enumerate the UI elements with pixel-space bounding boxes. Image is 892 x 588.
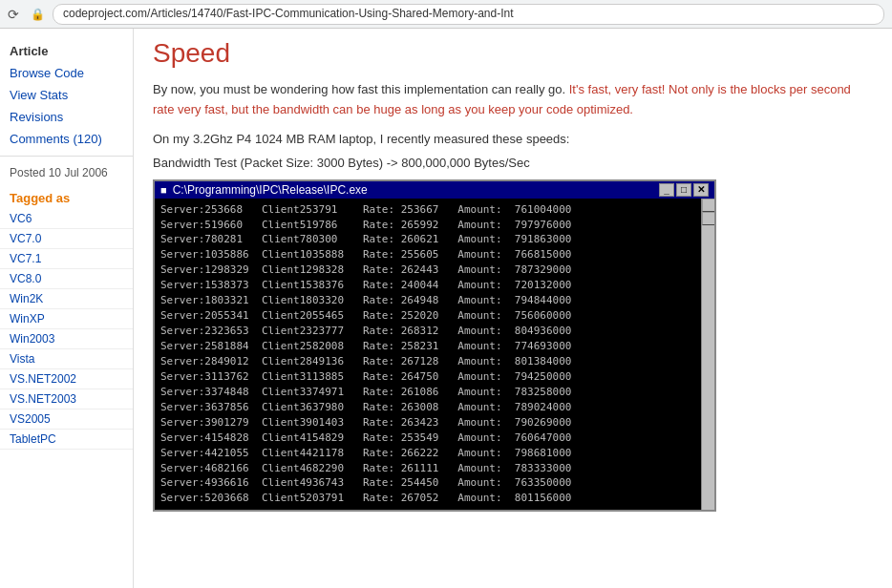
sidebar: Article Browse Code View Stats Revisions… <box>0 29 134 588</box>
scrollbar-down-arrow[interactable]: ▼ <box>702 212 714 225</box>
sidebar-tag-winxp[interactable]: WinXP <box>0 309 133 329</box>
speed-paragraph: On my 3.2Ghz P4 1024 MB RAM laptop, I re… <box>153 132 873 146</box>
sidebar-tag-vs2005[interactable]: VS2005 <box>0 410 133 430</box>
console-icon: ■ <box>160 184 167 196</box>
refresh-icon[interactable]: ⟳ <box>8 7 23 22</box>
sidebar-tag-tabletpc[interactable]: TabletPC <box>0 430 133 450</box>
scrollbar-up-arrow[interactable]: ▲ <box>702 199 714 212</box>
sidebar-tag-win2003[interactable]: Win2003 <box>0 329 133 349</box>
sidebar-tag-vsnet2002[interactable]: VS.NET2002 <box>0 369 133 389</box>
console-title: C:\Programming\IPC\Release\IPC.exe <box>173 183 659 197</box>
sidebar-tag-vc71[interactable]: VC7.1 <box>0 249 133 269</box>
sidebar-tag-vc80[interactable]: VC8.0 <box>0 269 133 289</box>
console-titlebar: ■ C:\Programming\IPC\Release\IPC.exe _ □… <box>155 181 714 199</box>
intro-highlight: It's fast, very fast! Not only is the bl… <box>153 82 851 116</box>
bandwidth-text: Bandwidth Test (Packet Size: 3000 Bytes)… <box>153 156 873 170</box>
intro-paragraph: By now, you must be wondering how fast t… <box>153 80 873 120</box>
sidebar-tag-vsnet2003[interactable]: VS.NET2003 <box>0 389 133 410</box>
browser-bar: ⟳ 🔒 codeproject.com/Articles/14740/Fast-… <box>0 0 892 29</box>
console-restore-button[interactable]: □ <box>676 183 691 197</box>
console-minimize-button[interactable]: _ <box>659 183 674 197</box>
lock-icon: 🔒 <box>31 8 45 21</box>
sidebar-posted: Posted 10 Jul 2006 <box>0 162 133 183</box>
console-title-buttons: _ □ ✕ <box>659 183 709 197</box>
console-output: Server:253668 Client253791 Rate: 253667 … <box>160 202 709 507</box>
sidebar-section-title: Article <box>0 38 133 62</box>
sidebar-tag-vista[interactable]: Vista <box>0 349 133 369</box>
sidebar-tagged-label: Tagged as <box>0 183 133 209</box>
sidebar-tag-win2k[interactable]: Win2K <box>0 289 133 309</box>
console-window: ■ C:\Programming\IPC\Release\IPC.exe _ □… <box>153 179 716 513</box>
sidebar-link-comments[interactable]: Comments (120) <box>0 128 133 150</box>
page-title: Speed <box>153 38 873 69</box>
sidebar-link-revisions[interactable]: Revisions <box>0 106 133 128</box>
main-content: Speed By now, you must be wondering how … <box>134 29 892 588</box>
console-body: Server:253668 Client253791 Rate: 253667 … <box>155 199 714 511</box>
sidebar-divider <box>0 156 133 157</box>
sidebar-link-view-stats[interactable]: View Stats <box>0 84 133 106</box>
page-layout: Article Browse Code View Stats Revisions… <box>0 29 892 588</box>
sidebar-tag-vc70[interactable]: VC7.0 <box>0 229 133 249</box>
url-bar[interactable]: codeproject.com/Articles/14740/Fast-IPC-… <box>53 4 884 25</box>
sidebar-tag-vc6[interactable]: VC6 <box>0 209 133 229</box>
sidebar-link-browse-code[interactable]: Browse Code <box>0 62 133 84</box>
console-close-button[interactable]: ✕ <box>693 183 709 197</box>
console-scrollbar[interactable]: ▲ ▼ <box>701 199 714 511</box>
